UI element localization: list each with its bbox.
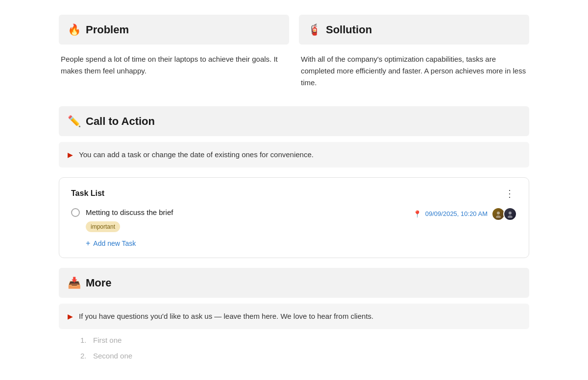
more-numbered-list: 1. First one 2. Second one <box>59 333 529 362</box>
more-header: 📥 More <box>59 268 529 298</box>
task-date: 09/09/2025, 10:20 AM <box>425 209 488 219</box>
task-row: Metting to discuss the brief important 📍… <box>71 207 517 232</box>
call-to-action-section: ✏️ Call to Action ▶ You can add a task o… <box>59 106 529 167</box>
list-num-1: 1. <box>80 335 89 346</box>
add-task-plus-icon: + <box>86 239 90 248</box>
add-task-label: Add new Task <box>93 239 136 247</box>
svg-point-1 <box>496 215 501 218</box>
task-date-icon: 📍 <box>413 209 421 219</box>
cta-title: Call to Action <box>86 113 155 129</box>
cta-callout-box: ▶ You can add a task or change the date … <box>59 142 529 167</box>
cta-callout-text: You can add a task or change the date of… <box>79 149 314 161</box>
solution-header: 🧯 Sollution <box>299 15 529 45</box>
svg-point-0 <box>497 212 500 214</box>
avatar-2 <box>503 207 517 221</box>
list-text-1: First one <box>93 335 122 346</box>
problem-body: People spend a lot of time on their lapt… <box>59 50 289 85</box>
cta-emoji: ✏️ <box>68 113 81 129</box>
more-callout-box: ▶ If you have questions you'd like to as… <box>59 304 529 329</box>
solution-emoji: 🧯 <box>308 22 321 38</box>
task-list-title: Task List <box>71 188 104 199</box>
task-name: Metting to discuss the brief <box>86 207 407 218</box>
task-meta: 📍 09/09/2025, 10:20 AM <box>413 207 517 221</box>
more-callout-text: If you have questions you'd like to ask … <box>79 310 373 322</box>
task-checkbox[interactable] <box>71 208 80 217</box>
list-item: 2. Second one <box>80 351 529 362</box>
solution-section: 🧯 Sollution With all of the company's op… <box>299 15 529 96</box>
problem-header: 🔥 Problem <box>59 15 289 45</box>
list-item: 1. First one <box>80 335 529 346</box>
more-title: More <box>86 275 112 291</box>
task-list-header: Task List ⋮ <box>71 188 517 199</box>
svg-point-3 <box>508 215 513 218</box>
problem-emoji: 🔥 <box>68 22 81 38</box>
cta-flag-icon: ▶ <box>68 150 73 160</box>
list-num-2: 2. <box>80 351 89 362</box>
more-flag-icon: ▶ <box>68 311 73 322</box>
problem-section: 🔥 Problem People spend a lot of time on … <box>59 15 289 96</box>
problem-solution-row: 🔥 Problem People spend a lot of time on … <box>59 15 529 96</box>
task-more-button[interactable]: ⋮ <box>503 189 517 198</box>
solution-title: Sollution <box>326 22 372 38</box>
problem-title: Problem <box>86 22 129 38</box>
task-tag: important <box>86 221 120 232</box>
cta-header: ✏️ Call to Action <box>59 106 529 136</box>
add-task-button[interactable]: + Add new Task <box>71 235 136 248</box>
more-emoji: 📥 <box>68 275 81 291</box>
task-content: Metting to discuss the brief important <box>86 207 407 232</box>
more-section: 📥 More ▶ If you have questions you'd lik… <box>59 268 529 362</box>
svg-point-2 <box>509 212 512 214</box>
page-container: 🔥 Problem People spend a lot of time on … <box>49 0 539 380</box>
task-list-card: Task List ⋮ Metting to discuss the brief… <box>59 177 529 258</box>
task-avatars <box>491 207 517 221</box>
list-text-2: Second one <box>93 351 132 362</box>
solution-body: With all of the company's optimization c… <box>299 50 529 96</box>
